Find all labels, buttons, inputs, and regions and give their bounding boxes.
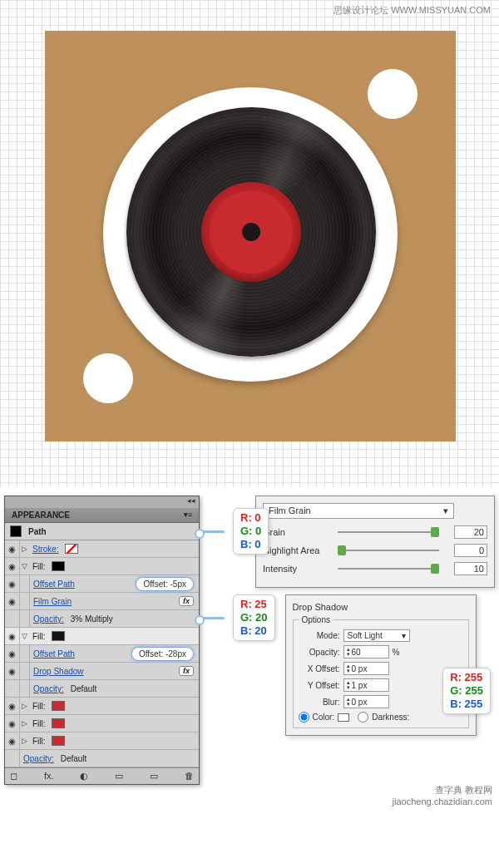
rgb-box-255: R: 255 G: 255 B: 255 bbox=[442, 668, 491, 714]
rgb-callout-1: R: 25 G: 20 B: 20 bbox=[200, 594, 275, 641]
lower-region: APPEARANCE▾≡ Path ◉ ▷ Stroke: ◉ ▽ Fill: … bbox=[0, 487, 499, 810]
film-grain-link[interactable]: Film Grain bbox=[30, 597, 75, 606]
visibility-icon[interactable]: ◉ bbox=[5, 540, 20, 557]
stroke-swatch-none[interactable] bbox=[65, 544, 78, 554]
darkness-radio[interactable] bbox=[358, 712, 368, 723]
offset-overlay-2: Offset: -28px bbox=[131, 647, 194, 661]
vinyl-record bbox=[126, 107, 376, 357]
chevron-down-icon: ▾ bbox=[402, 631, 406, 640]
color-darkness-row[interactable]: Color: Darkness: bbox=[299, 712, 463, 723]
watermark-top: 思缘设计论坛 WWW.MISSYUAN.COM bbox=[333, 4, 491, 17]
offset-path-row-2[interactable]: ◉ Offset Path Offset: -28px bbox=[5, 645, 199, 663]
add-effect-icon[interactable]: fx. bbox=[44, 771, 54, 782]
clear-appearance-icon[interactable]: ◻ bbox=[10, 771, 17, 782]
opacity-row-bottom[interactable]: Opacity: Default bbox=[5, 750, 199, 767]
visibility-icon[interactable]: ◉ bbox=[5, 645, 20, 662]
panel-tabs[interactable] bbox=[5, 496, 199, 508]
grain-slider[interactable] bbox=[338, 527, 454, 537]
yoffset-stepper[interactable]: ▴▾1 px bbox=[343, 678, 389, 692]
xoffset-field[interactable]: X Offset: ▴▾0 px bbox=[299, 662, 463, 675]
fill-swatch-red[interactable] bbox=[52, 701, 65, 711]
record-spindle-hole bbox=[242, 223, 260, 241]
opacity-link[interactable]: Opacity: bbox=[30, 614, 67, 624]
offset-path-link[interactable]: Offset Path bbox=[30, 579, 78, 589]
xoffset-stepper[interactable]: ▴▾0 px bbox=[343, 662, 389, 675]
fx-badge-icon: fx bbox=[179, 666, 194, 676]
visibility-icon[interactable]: ◉ bbox=[5, 593, 20, 609]
intensity-slider[interactable] bbox=[338, 564, 454, 574]
leader-line bbox=[200, 530, 225, 533]
new-fill-icon[interactable]: ▭ bbox=[150, 771, 158, 782]
fill-swatch-dark[interactable] bbox=[52, 631, 65, 641]
turntable-base bbox=[45, 31, 456, 441]
drop-shadow-link[interactable]: Drop Shadow bbox=[30, 667, 87, 676]
highlight-slider[interactable] bbox=[338, 545, 454, 555]
drop-shadow-row[interactable]: ◉ Drop Shadow fx bbox=[5, 663, 199, 680]
right-column: Film Grain▾ Grain 20 Highlight Area 0 In… bbox=[212, 496, 495, 785]
fill-swatch-red[interactable] bbox=[52, 718, 65, 728]
film-grain-row[interactable]: ◉ Film Grain fx bbox=[5, 593, 199, 610]
offset-path-row-1[interactable]: ◉ Offset Path Offset: -5px bbox=[5, 575, 199, 593]
color-radio[interactable] bbox=[299, 712, 309, 723]
duplicate-icon[interactable]: ▭ bbox=[115, 771, 123, 782]
stroke-link[interactable]: Stroke: bbox=[29, 545, 62, 554]
mode-combo[interactable]: Soft Light▾ bbox=[343, 629, 410, 642]
watermark-bottom: 查字典 教程网 jiaocheng.chazidian.com bbox=[393, 784, 492, 806]
visibility-icon[interactable]: ◉ bbox=[5, 715, 20, 732]
disclosure-down-icon[interactable]: ▽ bbox=[20, 632, 29, 640]
visibility-icon[interactable]: ◉ bbox=[5, 663, 20, 679]
path-thumb bbox=[10, 525, 22, 537]
appearance-panel: APPEARANCE▾≡ Path ◉ ▷ Stroke: ◉ ▽ Fill: … bbox=[4, 496, 200, 785]
corner-circle-top-right bbox=[368, 69, 417, 119]
visibility-icon[interactable]: ◉ bbox=[5, 575, 20, 592]
opacity-link[interactable]: Opacity: bbox=[30, 684, 67, 693]
drop-shadow-dialog: Drop Shadow Options Mode: Soft Light▾ Op… bbox=[285, 594, 477, 736]
fill-swatch-red[interactable] bbox=[52, 736, 65, 746]
opacity-row-1[interactable]: Opacity: 3% Multiply bbox=[5, 610, 199, 628]
visibility-icon[interactable]: ◉ bbox=[5, 558, 20, 575]
toggle-icon[interactable]: ◐ bbox=[80, 771, 88, 782]
visibility-icon[interactable]: ◉ bbox=[5, 732, 20, 749]
fill-row-4[interactable]: ◉ ▷ Fill: bbox=[5, 715, 199, 732]
fill-row-3[interactable]: ◉ ▷ Fill: bbox=[5, 698, 199, 715]
fill-row-1[interactable]: ◉ ▽ Fill: bbox=[5, 558, 199, 575]
opacity-link[interactable]: Opacity: bbox=[20, 754, 57, 763]
panel-footer: ◻ fx. ◐ ▭ ▭ 🗑 bbox=[5, 767, 199, 784]
trash-icon[interactable]: 🗑 bbox=[185, 771, 194, 782]
yoffset-field[interactable]: Y Offset: ▴▾1 px bbox=[299, 678, 463, 692]
blur-stepper[interactable]: ▴▾0 px bbox=[343, 695, 389, 708]
disclosure-down-icon[interactable]: ▽ bbox=[20, 562, 29, 570]
record-platter bbox=[103, 87, 398, 382]
visibility-icon[interactable]: ◉ bbox=[5, 698, 20, 714]
leader-line bbox=[200, 617, 225, 619]
stroke-row[interactable]: ◉ ▷ Stroke: bbox=[5, 540, 199, 558]
fill-row-2[interactable]: ◉ ▽ Fill: bbox=[5, 628, 199, 645]
disclosure-icon[interactable]: ▷ bbox=[20, 545, 29, 553]
path-row[interactable]: Path bbox=[5, 523, 199, 540]
offset-path-link[interactable]: Offset Path bbox=[30, 649, 78, 658]
color-swatch[interactable] bbox=[338, 713, 349, 722]
visibility-icon[interactable]: ◉ bbox=[5, 628, 20, 644]
panel-title: APPEARANCE▾≡ bbox=[5, 508, 199, 523]
fx-badge-icon: fx bbox=[179, 596, 194, 606]
offset-overlay-1: Offset: -5px bbox=[136, 577, 194, 591]
opacity-row-2[interactable]: Opacity: Default bbox=[5, 680, 199, 698]
opacity-stepper[interactable]: ▴▾60 bbox=[343, 645, 389, 658]
corner-circle-bottom-left bbox=[83, 353, 133, 403]
mode-field[interactable]: Mode: Soft Light▾ bbox=[299, 629, 463, 642]
fill-row-5[interactable]: ◉ ▷ Fill: bbox=[5, 732, 199, 750]
panel-menu-icon[interactable]: ▾≡ bbox=[184, 510, 192, 519]
drop-shadow-title: Drop Shadow bbox=[293, 602, 469, 612]
artboard-grid: 思缘设计论坛 WWW.MISSYUAN.COM bbox=[0, 0, 499, 487]
blur-field[interactable]: Blur: ▴▾0 px bbox=[299, 695, 463, 708]
opacity-field[interactable]: Opacity: ▴▾60 % bbox=[299, 645, 463, 658]
fill-swatch-black[interactable] bbox=[52, 561, 65, 571]
rgb-box-0: R: 0 G: 0 B: 0 bbox=[233, 508, 269, 555]
rgb-box-1: R: 25 G: 20 B: 20 bbox=[233, 594, 275, 641]
